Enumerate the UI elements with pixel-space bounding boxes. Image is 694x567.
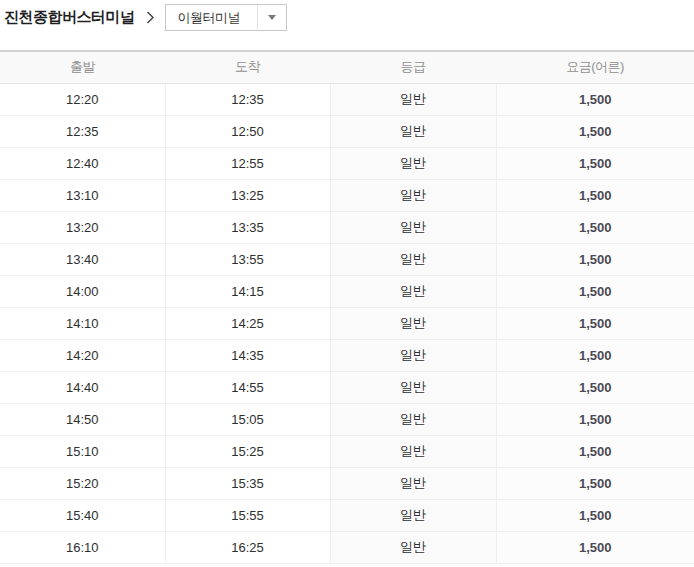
arrive-time: 12:50 bbox=[165, 115, 330, 147]
bus-grade: 일반 bbox=[330, 435, 496, 467]
arrive-time: 15:25 bbox=[165, 435, 330, 467]
bus-grade: 일반 bbox=[330, 179, 496, 211]
arrive-time: 12:55 bbox=[165, 147, 330, 179]
fare-adult: 1,500 bbox=[496, 243, 694, 275]
arrive-time: 14:15 bbox=[165, 275, 330, 307]
arrive-time: 13:55 bbox=[165, 243, 330, 275]
arrive-time: 16:25 bbox=[165, 531, 330, 563]
bus-grade: 일반 bbox=[330, 275, 496, 307]
fare-adult: 1,500 bbox=[496, 147, 694, 179]
depart-time: 14:50 bbox=[0, 403, 165, 435]
fare-adult: 1,500 bbox=[496, 339, 694, 371]
fare-adult: 1,500 bbox=[496, 403, 694, 435]
depart-time: 14:20 bbox=[0, 339, 165, 371]
table-header-row: 출발 도착 등급 요금(어른) bbox=[0, 51, 694, 83]
table-row: 14:50 15:05 일반 1,500 bbox=[0, 403, 694, 435]
schedule-body: 12:20 12:35 일반 1,500 12:35 12:50 일반 1,50… bbox=[0, 83, 694, 563]
fare-adult: 1,500 bbox=[496, 467, 694, 499]
depart-time: 13:40 bbox=[0, 243, 165, 275]
arrive-time: 13:35 bbox=[165, 211, 330, 243]
bus-grade: 일반 bbox=[330, 147, 496, 179]
table-row: 14:10 14:25 일반 1,500 bbox=[0, 307, 694, 339]
table-row: 14:00 14:15 일반 1,500 bbox=[0, 275, 694, 307]
depart-time: 12:20 bbox=[0, 83, 165, 115]
fare-adult: 1,500 bbox=[496, 531, 694, 563]
depart-time: 14:10 bbox=[0, 307, 165, 339]
bus-grade: 일반 bbox=[330, 371, 496, 403]
bus-grade: 일반 bbox=[330, 467, 496, 499]
schedule-table-wrap: 출발 도착 등급 요금(어른) 12:20 12:35 일반 1,500 bbox=[0, 50, 694, 564]
col-header-arrive: 도착 bbox=[165, 51, 330, 83]
destination-select[interactable]: 이월터미널 bbox=[165, 4, 287, 31]
arrive-time: 14:25 bbox=[165, 307, 330, 339]
bus-grade: 일반 bbox=[330, 243, 496, 275]
arrive-time: 13:25 bbox=[165, 179, 330, 211]
table-row: 12:35 12:50 일반 1,500 bbox=[0, 115, 694, 147]
fare-adult: 1,500 bbox=[496, 307, 694, 339]
table-row: 15:20 15:35 일반 1,500 bbox=[0, 467, 694, 499]
destination-select-value: 이월터미널 bbox=[166, 9, 257, 27]
table-row: 13:10 13:25 일반 1,500 bbox=[0, 179, 694, 211]
fare-adult: 1,500 bbox=[496, 83, 694, 115]
bus-grade: 일반 bbox=[330, 339, 496, 371]
fare-adult: 1,500 bbox=[496, 179, 694, 211]
table-row: 14:40 14:55 일반 1,500 bbox=[0, 371, 694, 403]
depart-time: 14:00 bbox=[0, 275, 165, 307]
arrive-time: 15:55 bbox=[165, 499, 330, 531]
table-row: 13:40 13:55 일반 1,500 bbox=[0, 243, 694, 275]
fare-adult: 1,500 bbox=[496, 211, 694, 243]
bus-grade: 일반 bbox=[330, 403, 496, 435]
breadcrumb-chevron-icon bbox=[146, 11, 155, 24]
bus-grade: 일반 bbox=[330, 531, 496, 563]
select-arrow-box bbox=[257, 5, 286, 30]
bus-grade: 일반 bbox=[330, 307, 496, 339]
depart-time: 13:10 bbox=[0, 179, 165, 211]
arrive-time: 12:35 bbox=[165, 83, 330, 115]
bus-grade: 일반 bbox=[330, 211, 496, 243]
table-row: 15:10 15:25 일반 1,500 bbox=[0, 435, 694, 467]
bus-grade: 일반 bbox=[330, 83, 496, 115]
table-row: 12:40 12:55 일반 1,500 bbox=[0, 147, 694, 179]
depart-time: 12:35 bbox=[0, 115, 165, 147]
fare-adult: 1,500 bbox=[496, 371, 694, 403]
arrive-time: 15:05 bbox=[165, 403, 330, 435]
depart-time: 12:40 bbox=[0, 147, 165, 179]
depart-time: 13:20 bbox=[0, 211, 165, 243]
table-row: 13:20 13:35 일반 1,500 bbox=[0, 211, 694, 243]
depart-time: 14:40 bbox=[0, 371, 165, 403]
arrive-time: 14:35 bbox=[165, 339, 330, 371]
fare-adult: 1,500 bbox=[496, 115, 694, 147]
fare-adult: 1,500 bbox=[496, 275, 694, 307]
origin-terminal-title: 진천종합버스터미널 bbox=[4, 8, 135, 27]
bus-grade: 일반 bbox=[330, 499, 496, 531]
table-row: 12:20 12:35 일반 1,500 bbox=[0, 83, 694, 115]
arrive-time: 15:35 bbox=[165, 467, 330, 499]
depart-time: 16:10 bbox=[0, 531, 165, 563]
schedule-table: 출발 도착 등급 요금(어른) 12:20 12:35 일반 1,500 bbox=[0, 50, 694, 564]
bus-schedule-page: 진천종합버스터미널 이월터미널 출발 도착 등급 요금(어른) bbox=[0, 0, 694, 567]
chevron-down-icon bbox=[268, 15, 276, 20]
arrive-time: 14:55 bbox=[165, 371, 330, 403]
depart-time: 15:10 bbox=[0, 435, 165, 467]
col-header-depart: 출발 bbox=[0, 51, 165, 83]
depart-time: 15:20 bbox=[0, 467, 165, 499]
col-header-grade: 등급 bbox=[330, 51, 496, 83]
table-row: 15:40 15:55 일반 1,500 bbox=[0, 499, 694, 531]
table-row: 14:20 14:35 일반 1,500 bbox=[0, 339, 694, 371]
col-header-fare: 요금(어른) bbox=[496, 51, 694, 83]
bus-grade: 일반 bbox=[330, 115, 496, 147]
table-row: 16:10 16:25 일반 1,500 bbox=[0, 531, 694, 563]
breadcrumb: 진천종합버스터미널 이월터미널 bbox=[0, 0, 694, 32]
depart-time: 15:40 bbox=[0, 499, 165, 531]
fare-adult: 1,500 bbox=[496, 499, 694, 531]
fare-adult: 1,500 bbox=[496, 435, 694, 467]
